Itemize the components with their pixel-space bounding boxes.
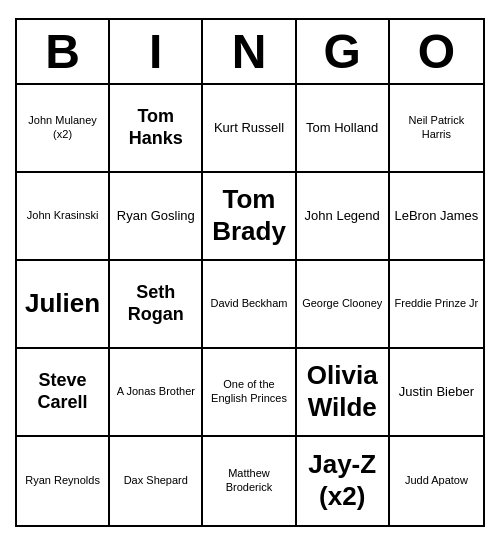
bingo-cell-12: David Beckham [203,261,296,349]
bingo-cell-19: Justin Bieber [390,349,483,437]
bingo-cell-15: Steve Carell [17,349,110,437]
bingo-cell-21: Dax Shepard [110,437,203,525]
bingo-header: BINGO [17,20,483,85]
bingo-cell-14: Freddie Prinze Jr [390,261,483,349]
bingo-cell-2: Kurt Russell [203,85,296,173]
bingo-cell-13: George Clooney [297,261,390,349]
bingo-cell-4: Neil Patrick Harris [390,85,483,173]
bingo-cell-10: Julien [17,261,110,349]
bingo-grid: John Mulaney (x2)Tom HanksKurt RussellTo… [17,85,483,525]
bingo-letter-b: B [17,20,110,83]
bingo-letter-o: O [390,20,483,83]
bingo-cell-18: Olivia Wilde [297,349,390,437]
bingo-cell-1: Tom Hanks [110,85,203,173]
bingo-cell-17: One of the English Princes [203,349,296,437]
bingo-cell-0: John Mulaney (x2) [17,85,110,173]
bingo-cell-6: Ryan Gosling [110,173,203,261]
bingo-cell-23: Jay-Z (x2) [297,437,390,525]
bingo-cell-3: Tom Holland [297,85,390,173]
bingo-cell-7: Tom Brady [203,173,296,261]
bingo-letter-i: I [110,20,203,83]
bingo-letter-g: G [297,20,390,83]
bingo-letter-n: N [203,20,296,83]
bingo-cell-11: Seth Rogan [110,261,203,349]
bingo-card: BINGO John Mulaney (x2)Tom HanksKurt Rus… [15,18,485,527]
bingo-cell-20: Ryan Reynolds [17,437,110,525]
bingo-cell-24: Judd Apatow [390,437,483,525]
bingo-cell-22: Matthew Broderick [203,437,296,525]
bingo-cell-9: LeBron James [390,173,483,261]
bingo-cell-16: A Jonas Brother [110,349,203,437]
bingo-cell-8: John Legend [297,173,390,261]
bingo-cell-5: John Krasinski [17,173,110,261]
